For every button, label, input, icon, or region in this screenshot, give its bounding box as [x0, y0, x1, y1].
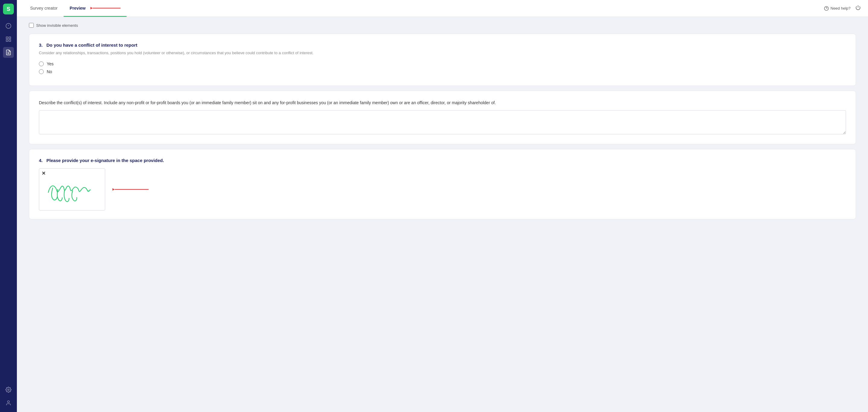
app-logo[interactable]: S	[3, 4, 14, 14]
svg-rect-2	[9, 37, 11, 39]
signature-drawing	[39, 169, 105, 210]
tab-survey-creator[interactable]: Survey creator	[24, 0, 64, 17]
show-invisible-label: Show invisible elements	[36, 23, 78, 28]
tab-preview[interactable]: Preview	[64, 0, 127, 17]
textarea-description: Describe the conflict(s) of interest. In…	[39, 99, 846, 106]
tab-bar: Survey creator Preview	[24, 0, 127, 16]
svg-rect-1	[6, 37, 8, 39]
question-4-card: 4. Please provide your e-signature in th…	[29, 149, 856, 219]
question-3-subtitle: Consider any relationships, transactions…	[39, 50, 846, 56]
main-content: Survey creator Preview	[17, 0, 868, 412]
user-icon[interactable]	[3, 398, 14, 408]
radio-no-input[interactable]	[39, 69, 44, 74]
radio-yes: Yes	[39, 62, 846, 66]
settings-icon[interactable]	[3, 384, 14, 395]
radio-yes-label: Yes	[47, 62, 54, 66]
sidebar-item-home[interactable]	[3, 21, 14, 31]
question-3-title: 3. Do you have a conflict of interest to…	[39, 42, 846, 47]
conflict-description-card: Describe the conflict(s) of interest. In…	[29, 91, 856, 144]
topnav-right: Need help?	[824, 0, 861, 16]
sidebar-item-documents[interactable]	[3, 47, 14, 58]
show-invisible-row: Show invisible elements	[29, 23, 856, 28]
sidebar-item-charts[interactable]	[3, 34, 14, 44]
svg-rect-4	[9, 40, 11, 41]
signature-box[interactable]: ✕	[39, 168, 105, 210]
sidebar: S	[0, 0, 17, 412]
radio-yes-input[interactable]	[39, 62, 44, 66]
signature-arrow	[113, 187, 149, 192]
power-button[interactable]	[855, 5, 861, 12]
svg-rect-3	[6, 40, 8, 41]
conflict-textarea[interactable]	[39, 110, 846, 134]
need-help-button[interactable]: Need help?	[824, 6, 851, 11]
page-content: Show invisible elements 3. Do you have a…	[17, 17, 868, 412]
show-invisible-checkbox[interactable]	[29, 23, 34, 28]
help-icon	[824, 6, 829, 11]
preview-arrow	[90, 6, 121, 10]
question-4-title: 4. Please provide your e-signature in th…	[39, 158, 846, 163]
svg-point-8	[7, 401, 10, 403]
radio-no-label: No	[47, 69, 52, 74]
svg-point-7	[8, 389, 9, 390]
radio-no: No	[39, 69, 846, 74]
signature-clear-button[interactable]: ✕	[41, 170, 45, 176]
top-navigation: Survey creator Preview	[17, 0, 868, 17]
question-3-card: 3. Do you have a conflict of interest to…	[29, 34, 856, 86]
